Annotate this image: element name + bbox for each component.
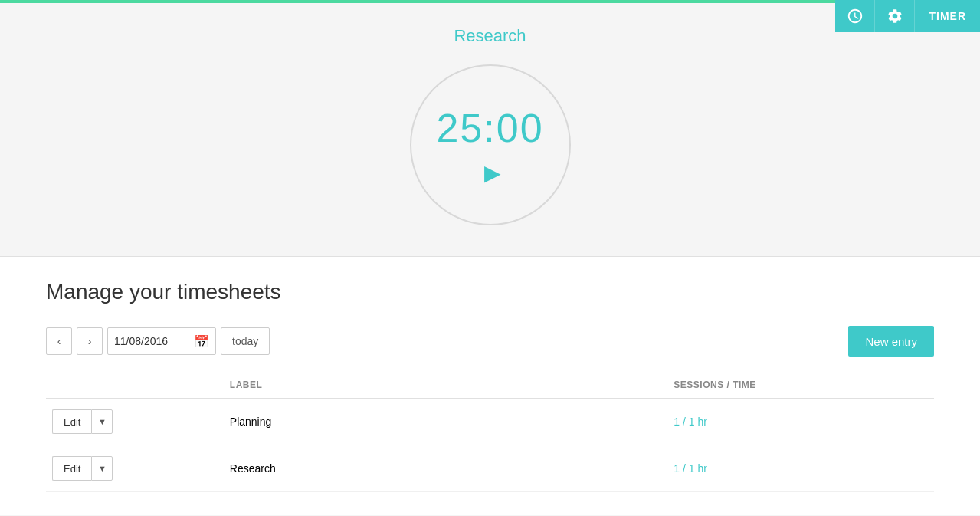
today-button[interactable]: today — [221, 327, 270, 355]
col-header-actions — [46, 372, 224, 399]
gear-icon-button[interactable] — [875, 0, 915, 32]
row-sessions-0: 1 / 1 hr — [667, 399, 934, 445]
section-title: Manage your timesheets — [46, 280, 934, 304]
next-date-button[interactable]: › — [77, 327, 103, 355]
table-row: Edit ▼ Research 1 / 1 hr — [46, 445, 934, 492]
edit-button-0[interactable]: Edit — [52, 409, 91, 434]
timesheet-section: Manage your timesheets ‹ › 📅 today New e… — [0, 257, 980, 515]
row-actions-0: Edit ▼ — [46, 399, 224, 445]
timer-button[interactable]: TIMER — [915, 0, 980, 32]
row-label-1: Research — [224, 445, 668, 492]
play-button[interactable]: ▶ — [484, 160, 501, 186]
dropdown-button-0[interactable]: ▼ — [91, 409, 113, 434]
dropdown-button-1[interactable]: ▼ — [91, 456, 113, 481]
timer-circle: 25:00 ▶ — [410, 64, 571, 225]
prev-date-button[interactable]: ‹ — [46, 327, 72, 355]
timesheet-table: LABEL SESSIONS / TIME Edit ▼ Planning 1 … — [46, 372, 934, 492]
gear-icon — [887, 8, 903, 25]
new-entry-button[interactable]: New entry — [848, 326, 934, 357]
date-input[interactable] — [114, 335, 191, 347]
clock-icon — [847, 8, 864, 25]
controls-row: ‹ › 📅 today New entry — [46, 326, 934, 357]
timer-display: 25:00 — [436, 105, 543, 151]
top-bar: TIMER — [835, 0, 980, 32]
row-actions-1: Edit ▼ — [46, 445, 224, 492]
row-label-0: Planning — [224, 399, 668, 445]
col-header-label: LABEL — [224, 372, 668, 399]
timer-project-title: Research — [454, 26, 526, 46]
timer-section: Research 25:00 ▶ — [0, 3, 980, 257]
timer-label: TIMER — [929, 10, 966, 22]
col-header-sessions: SESSIONS / TIME — [667, 372, 934, 399]
clock-icon-button[interactable] — [835, 0, 875, 32]
date-input-wrap: 📅 — [107, 327, 216, 355]
row-sessions-1: 1 / 1 hr — [667, 445, 934, 492]
edit-button-1[interactable]: Edit — [52, 456, 91, 481]
table-row: Edit ▼ Planning 1 / 1 hr — [46, 399, 934, 445]
calendar-icon[interactable]: 📅 — [194, 334, 209, 349]
